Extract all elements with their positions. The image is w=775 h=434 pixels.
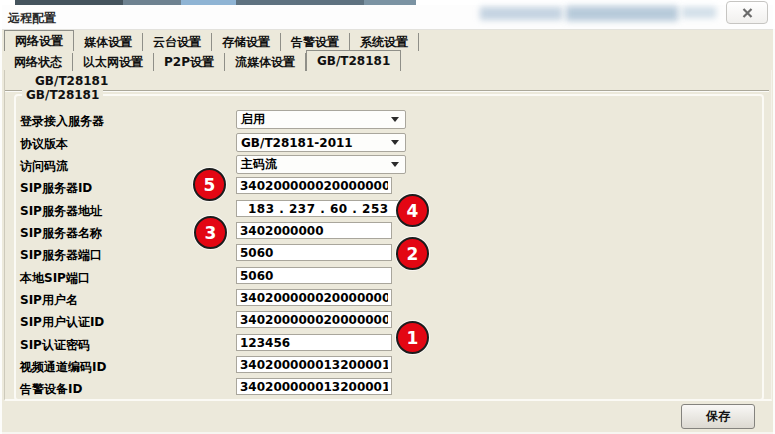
form-row: SIP服务器ID <box>0 177 775 196</box>
form-row: 告警设备ID <box>0 378 775 397</box>
primary-tab-bar: 网络设置 媒体设置 云台设置 存储设置 告警设置 系统设置 <box>4 30 419 51</box>
form-row: SIP服务器地址 <box>0 200 775 219</box>
form-row: 本地SIP端口 <box>0 267 775 286</box>
form-row: SIP服务器端口 <box>0 244 775 263</box>
field-label: 协议版本 <box>20 136 68 153</box>
sip-server-name-input[interactable] <box>236 222 392 239</box>
field-label: 本地SIP端口 <box>20 270 90 287</box>
tab-media-settings[interactable]: 媒体设置 <box>74 33 143 51</box>
form-row: 视频通道编码ID <box>0 356 775 375</box>
video-channel-code-id-input[interactable] <box>236 356 392 373</box>
field-label: 视频通道编码ID <box>20 359 106 376</box>
group-box-label: GB/T28181 <box>22 88 103 102</box>
chevron-down-icon <box>391 140 399 145</box>
background-smudge <box>682 7 716 18</box>
background-smudge <box>480 7 562 20</box>
local-sip-port-input[interactable] <box>236 267 392 284</box>
tab-gbt28181[interactable]: GB/T28181 <box>306 50 401 71</box>
sip-auth-password-input[interactable] <box>236 334 392 351</box>
sip-server-id-input[interactable] <box>236 177 392 194</box>
login-access-server-select[interactable]: 启用 <box>236 110 406 129</box>
save-button[interactable]: 保存 <box>681 404 755 429</box>
selected-value: 启用 <box>237 111 391 128</box>
window-frame-left <box>0 0 2 434</box>
field-label: SIP服务器端口 <box>20 247 102 264</box>
form-row: SIP认证密码 <box>0 334 775 353</box>
tab-alarm-settings[interactable]: 告警设置 <box>281 33 350 51</box>
sip-user-auth-id-input[interactable] <box>236 311 392 328</box>
field-label: 访问码流 <box>20 158 68 175</box>
chevron-down-icon <box>391 162 399 167</box>
page-section-label: GB/T28181 <box>35 74 108 88</box>
field-label: SIP服务器名称 <box>20 225 102 242</box>
callout-badge-3: 3 <box>194 216 227 249</box>
callout-badge-2: 2 <box>396 237 429 270</box>
window-title: 远程配置 <box>8 10 56 27</box>
secondary-tab-bar: 网络状态 以太网设置 P2P设置 流媒体设置 GB/T28181 <box>4 52 401 71</box>
tab-network-status[interactable]: 网络状态 <box>4 53 73 71</box>
field-label: SIP认证密码 <box>20 337 90 354</box>
tab-storage-settings[interactable]: 存储设置 <box>212 33 281 51</box>
selected-value: GB/T28181-2011 <box>237 136 391 150</box>
access-stream-select[interactable]: 主码流 <box>236 155 406 174</box>
form-row: SIP用户认证ID <box>0 311 775 330</box>
field-label: 登录接入服务器 <box>20 113 104 130</box>
sip-server-port-input[interactable] <box>236 244 392 261</box>
alarm-device-id-input[interactable] <box>236 378 392 395</box>
section-divider <box>5 90 769 91</box>
background-smudge <box>566 6 678 21</box>
form-row: 访问码流 主码流 <box>0 155 775 174</box>
sip-username-input[interactable] <box>236 289 392 306</box>
title-bar: 远程配置 <box>0 5 775 30</box>
field-label: SIP用户认证ID <box>20 314 104 331</box>
tab-ptz-settings[interactable]: 云台设置 <box>143 33 212 51</box>
protocol-version-select[interactable]: GB/T28181-2011 <box>236 133 406 152</box>
close-icon <box>742 8 753 18</box>
tab-system-settings[interactable]: 系统设置 <box>350 33 419 51</box>
field-label: SIP服务器ID <box>20 180 92 197</box>
form-row: SIP服务器名称 <box>0 222 775 241</box>
callout-badge-4: 4 <box>396 194 429 227</box>
tab-p2p-settings[interactable]: P2P设置 <box>154 53 225 71</box>
remote-config-dialog: 远程配置 网络设置 媒体设置 云台设置 存储设置 告警设置 系统设置 网络状态 … <box>0 0 775 434</box>
tab-streaming-media-settings[interactable]: 流媒体设置 <box>225 53 306 71</box>
field-label: SIP服务器地址 <box>20 203 102 220</box>
callout-badge-5: 5 <box>193 168 226 201</box>
form-row: 协议版本 GB/T28181-2011 <box>0 133 775 152</box>
field-label: 告警设备ID <box>20 381 82 398</box>
tab-network-settings[interactable]: 网络设置 <box>4 30 74 51</box>
field-label: SIP用户名 <box>20 292 78 309</box>
sip-server-address-input[interactable] <box>236 200 400 217</box>
selected-value: 主码流 <box>237 156 391 173</box>
tab-ethernet-settings[interactable]: 以太网设置 <box>73 53 154 71</box>
callout-badge-1: 1 <box>396 321 429 354</box>
close-button[interactable] <box>726 1 768 24</box>
form-row: SIP用户名 <box>0 289 775 308</box>
chevron-down-icon <box>391 117 399 122</box>
form-row: 登录接入服务器 启用 <box>0 110 775 129</box>
